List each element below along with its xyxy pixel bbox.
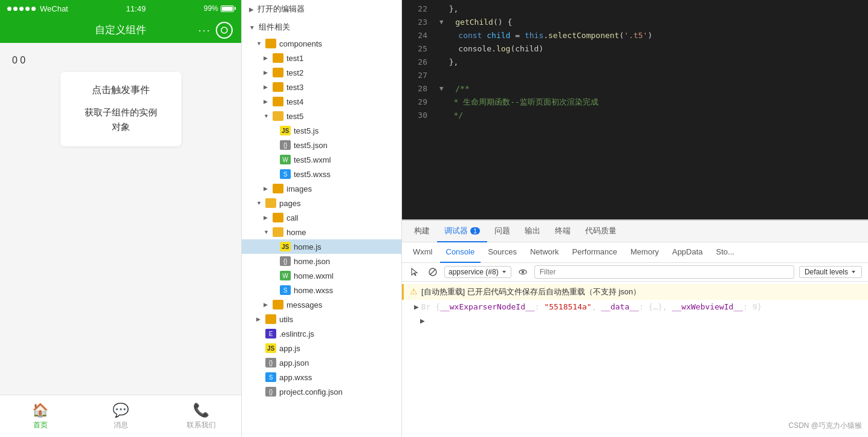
console-obj-msg[interactable]: ▶ Br {__wxExparserNodeId__: "5518514a", … bbox=[402, 300, 868, 314]
inspect-btn[interactable] bbox=[408, 265, 421, 279]
folder-images[interactable]: ▶ images bbox=[242, 181, 401, 196]
inner-tab-memory[interactable]: Memory bbox=[624, 242, 665, 263]
inner-tab-performance[interactable]: Performance bbox=[566, 242, 623, 263]
file-test5-js[interactable]: JS test5.js bbox=[242, 123, 401, 138]
levels-dropdown-icon bbox=[850, 269, 857, 275]
test2-folder-icon bbox=[273, 68, 283, 77]
section-editor[interactable]: ▶ 打开的编辑器 bbox=[242, 0, 401, 18]
file-app-json[interactable]: {} app.json bbox=[242, 355, 401, 370]
file-app-js[interactable]: JS app.js bbox=[242, 341, 401, 355]
tab-output[interactable]: 输出 bbox=[517, 221, 548, 242]
signal-dot-3 bbox=[19, 7, 24, 11]
phone-content: 0 0 点击触发事件 获取子组件的实例 对象 bbox=[0, 43, 241, 395]
inner-tab-performance-label: Performance bbox=[572, 247, 617, 256]
no-entry-btn[interactable] bbox=[426, 265, 439, 279]
folder-test3[interactable]: ▶ test3 bbox=[242, 80, 401, 94]
folder-home[interactable]: ▼ home bbox=[242, 225, 401, 239]
test2-arrow: ▶ bbox=[264, 70, 271, 76]
folder-components[interactable]: ▼ components bbox=[242, 36, 401, 51]
home-js-label: home.js bbox=[294, 242, 322, 251]
file-test5-wxss[interactable]: S test5.wxss bbox=[242, 167, 401, 181]
code-line-30: */ bbox=[439, 109, 861, 122]
home-json-label: home.json bbox=[294, 257, 330, 266]
devtools-inner-tabs: Wxml Console Sources Network Performance… bbox=[402, 242, 868, 263]
tab-build[interactable]: 构建 bbox=[407, 221, 437, 242]
messages-arrow: ▶ bbox=[264, 302, 271, 308]
tab-output-label: 输出 bbox=[525, 225, 540, 236]
status-right: 99% bbox=[204, 4, 234, 13]
file-test5-json[interactable]: {} test5.json bbox=[242, 138, 401, 152]
file-test5-wxml[interactable]: W test5.wxml bbox=[242, 152, 401, 167]
console-expand-row[interactable]: ▶ bbox=[402, 314, 868, 328]
devtools-top-tabs: 构建 调试器 1 问题 输出 终端 代码质量 bbox=[402, 221, 868, 242]
tab-debugger[interactable]: 调试器 1 bbox=[437, 221, 487, 242]
nav-item-messages[interactable]: 💬 消息 bbox=[80, 395, 161, 437]
folder-messages[interactable]: ▶ messages bbox=[242, 297, 401, 312]
card-subtitle: 获取子组件的实例 对象 bbox=[85, 105, 157, 134]
folder-pages[interactable]: ▼ pages bbox=[242, 196, 401, 210]
tab-code-quality[interactable]: 代码质量 bbox=[578, 221, 624, 242]
circle-button[interactable] bbox=[216, 22, 233, 39]
folder-call[interactable]: ▶ call bbox=[242, 210, 401, 225]
expand-arrow[interactable]: ▶ bbox=[414, 302, 419, 311]
section-editor-label: 打开的编辑器 bbox=[257, 4, 305, 15]
phone-card[interactable]: 点击触发事件 获取子组件的实例 对象 bbox=[60, 72, 181, 146]
dots-button[interactable]: ··· bbox=[198, 24, 211, 36]
inner-tab-network[interactable]: Network bbox=[524, 242, 565, 263]
wxss-icon: S bbox=[280, 169, 291, 179]
code-line-28: ▼ /** bbox=[439, 82, 861, 95]
test3-folder-icon bbox=[273, 82, 283, 92]
test1-arrow: ▶ bbox=[264, 55, 271, 61]
inner-tab-console[interactable]: Console bbox=[440, 242, 481, 263]
file-app-wxss[interactable]: S app.wxss bbox=[242, 370, 401, 384]
fold-icon-23[interactable]: ▼ bbox=[439, 16, 444, 29]
test5-json-label: test5.json bbox=[294, 141, 328, 150]
fold-icon-28[interactable]: ▼ bbox=[439, 82, 444, 95]
filter-input[interactable] bbox=[534, 265, 794, 279]
file-home-wxml[interactable]: W home.wxml bbox=[242, 268, 401, 283]
test3-label: test3 bbox=[287, 83, 303, 92]
nav-item-contact[interactable]: 📞 联系我们 bbox=[161, 395, 241, 437]
folder-test1[interactable]: ▶ test1 bbox=[242, 51, 401, 65]
nav-messages-label: 消息 bbox=[114, 420, 128, 430]
inner-tab-sto[interactable]: Sto... bbox=[710, 242, 740, 263]
folder-test2[interactable]: ▶ test2 bbox=[242, 65, 401, 80]
folder-test5[interactable]: ▼ test5 bbox=[242, 109, 401, 123]
eye-btn[interactable] bbox=[516, 265, 530, 279]
phone-bottom-nav: 🏠 首页 💬 消息 📞 联系我们 bbox=[0, 395, 241, 437]
inner-tab-sources[interactable]: Sources bbox=[482, 242, 523, 263]
home-js-icon: JS bbox=[280, 242, 291, 251]
home-json-icon: {} bbox=[280, 256, 291, 266]
components-arrow: ▼ bbox=[256, 40, 264, 47]
default-levels-label: Default levels bbox=[805, 268, 848, 276]
wxml-icon: W bbox=[280, 155, 291, 164]
tab-debugger-label: 调试器 bbox=[444, 225, 468, 236]
default-levels-selector[interactable]: Default levels bbox=[799, 266, 862, 278]
folder-test4[interactable]: ▶ test4 bbox=[242, 94, 401, 109]
tab-issues[interactable]: 问题 bbox=[487, 221, 517, 242]
file-home-wxss[interactable]: S home.wxss bbox=[242, 283, 401, 297]
folder-utils[interactable]: ▶ utils bbox=[242, 312, 401, 326]
inner-tab-sources-label: Sources bbox=[488, 247, 517, 256]
contact-icon: 📞 bbox=[193, 403, 209, 418]
tab-terminal[interactable]: 终端 bbox=[548, 221, 578, 242]
utils-label: utils bbox=[279, 315, 293, 324]
inner-tab-appdata[interactable]: AppData bbox=[666, 242, 709, 263]
signal-dot-5 bbox=[31, 7, 36, 11]
test2-label: test2 bbox=[287, 68, 303, 77]
nav-item-home[interactable]: 🏠 首页 bbox=[0, 395, 80, 437]
code-line-23: ▼ getChild() { bbox=[439, 16, 861, 29]
file-home-js[interactable]: JS home.js bbox=[242, 239, 401, 254]
file-home-json[interactable]: {} home.json bbox=[242, 254, 401, 268]
utils-arrow: ▶ bbox=[256, 316, 264, 322]
service-selector[interactable]: appservice (#8) bbox=[444, 266, 511, 278]
test1-label: test1 bbox=[287, 54, 303, 63]
images-arrow: ▶ bbox=[264, 186, 271, 192]
inner-tab-wxml[interactable]: Wxml bbox=[407, 242, 439, 263]
file-eslintrc[interactable]: E .eslintrc.js bbox=[242, 326, 401, 341]
file-project-config[interactable]: {} project.config.json bbox=[242, 384, 401, 399]
home-icon: 🏠 bbox=[32, 403, 48, 418]
expand-arrow-2[interactable]: ▶ bbox=[420, 316, 425, 325]
battery-icon bbox=[221, 5, 234, 12]
section-components[interactable]: ▼ 组件相关 bbox=[242, 18, 401, 36]
